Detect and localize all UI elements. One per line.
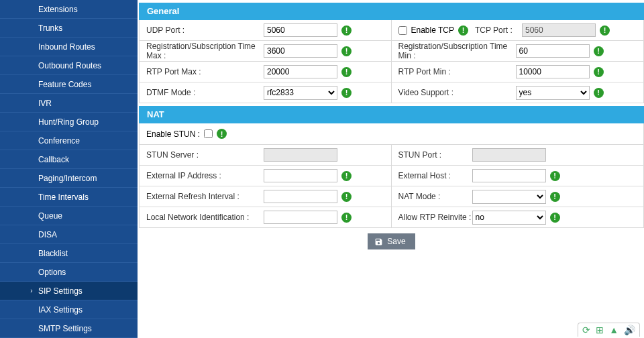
- dtmf-mode-label: DTMF Mode :: [146, 88, 264, 97]
- local-net-input[interactable]: [264, 211, 337, 224]
- section-general: UDP Port : ! Enable TCP ! TCP Port : !: [139, 20, 644, 103]
- main-panel: General UDP Port : ! Enable TCP ! TCP Po…: [139, 0, 644, 338]
- reg-max-input[interactable]: [264, 44, 337, 58]
- sidebar-item-options[interactable]: Options: [0, 263, 138, 282]
- external-ip-input[interactable]: [264, 169, 337, 182]
- sidebar-item-outbound-routes[interactable]: Outbound Routes: [0, 56, 138, 75]
- enable-tcp-label: Enable TCP: [411, 25, 454, 35]
- info-icon[interactable]: !: [341, 25, 352, 36]
- info-icon[interactable]: !: [341, 192, 352, 202]
- sidebar-item-feature-codes[interactable]: Feature Codes: [0, 75, 138, 94]
- sidebar-item-conference[interactable]: Conference: [0, 131, 138, 150]
- info-icon[interactable]: !: [600, 25, 610, 36]
- bottom-toolbar: ⟳ ⊞ ▲ 🔊: [578, 323, 640, 337]
- reg-max-label: Registration/Subscription Time Max :: [146, 42, 264, 60]
- info-icon[interactable]: !: [594, 88, 604, 98]
- info-icon[interactable]: !: [341, 171, 352, 181]
- rtp-min-input[interactable]: [516, 65, 590, 78]
- sidebar-item-iax-settings[interactable]: IAX Settings: [0, 300, 138, 319]
- info-icon[interactable]: !: [594, 46, 604, 56]
- sidebar-item-ivr[interactable]: IVR: [0, 94, 138, 113]
- save-button[interactable]: Save: [368, 233, 415, 249]
- stun-server-input: [264, 148, 337, 162]
- tool-icon[interactable]: ⊞: [596, 325, 604, 335]
- sidebar-item-callback[interactable]: Callback: [0, 150, 138, 169]
- enable-tcp-checkbox[interactable]: [398, 26, 407, 35]
- info-icon[interactable]: !: [458, 25, 468, 36]
- info-icon[interactable]: !: [550, 192, 560, 202]
- reg-min-label: Registration/Subscription Time Min :: [398, 42, 516, 60]
- external-host-input[interactable]: [472, 169, 546, 182]
- info-icon[interactable]: !: [550, 171, 560, 181]
- rtp-max-label: RTP Port Max :: [146, 67, 264, 76]
- stun-port-input: [472, 148, 546, 162]
- sidebar-item-sip-settings[interactable]: ›SIP Settings: [0, 282, 138, 300]
- info-icon[interactable]: !: [217, 129, 227, 139]
- nat-mode-select[interactable]: [472, 190, 546, 204]
- section-header-nat: NAT: [139, 106, 644, 123]
- tool-icon[interactable]: ⟳: [582, 325, 590, 335]
- info-icon[interactable]: !: [594, 67, 604, 77]
- info-icon[interactable]: !: [550, 213, 560, 223]
- sidebar-item-blacklist[interactable]: Blacklist: [0, 244, 138, 263]
- sidebar-item-trunks[interactable]: Trunks: [0, 19, 138, 38]
- tool-icon[interactable]: ▲: [609, 325, 619, 335]
- rtp-min-label: RTP Port Min :: [398, 67, 516, 76]
- tool-icon[interactable]: 🔊: [624, 325, 635, 335]
- sidebar-item-time-intervals[interactable]: Time Intervals: [0, 188, 138, 207]
- section-header-general: General: [139, 3, 644, 20]
- video-support-label: Video Support :: [398, 88, 516, 97]
- tcp-port-input: [522, 23, 596, 37]
- rtp-max-input[interactable]: [264, 65, 337, 78]
- save-icon: [374, 237, 383, 246]
- allow-rtp-select[interactable]: no: [472, 211, 546, 225]
- sidebar-item-hunt-ring-group[interactable]: Hunt/Ring Group: [0, 113, 138, 131]
- external-host-label: External Host :: [398, 171, 472, 180]
- allow-rtp-label: Allow RTP Reinvite :: [398, 213, 472, 222]
- video-support-select[interactable]: yes: [516, 86, 590, 100]
- chevron-right-icon: ›: [27, 282, 36, 300]
- info-icon[interactable]: !: [341, 88, 352, 98]
- external-refresh-input[interactable]: [264, 190, 337, 203]
- nat-mode-label: NAT Mode :: [398, 192, 472, 201]
- dtmf-mode-select[interactable]: rfc2833: [264, 86, 337, 100]
- sidebar-item-extensions[interactable]: Extensions: [0, 0, 138, 19]
- sidebar-item-inbound-routes[interactable]: Inbound Routes: [0, 38, 138, 56]
- sidebar-item-disa[interactable]: DISA: [0, 225, 138, 244]
- section-nat: Enable STUN : ! STUN Server : STUN Port …: [139, 123, 644, 228]
- info-icon[interactable]: !: [341, 213, 352, 223]
- tcp-port-label: TCP Port :: [475, 25, 522, 35]
- udp-port-label: UDP Port :: [146, 25, 264, 35]
- sidebar-item-queue[interactable]: Queue: [0, 207, 138, 225]
- info-icon[interactable]: !: [341, 46, 352, 56]
- sidebar-item-paging-intercom[interactable]: Paging/Intercom: [0, 169, 138, 188]
- reg-min-input[interactable]: [516, 44, 590, 58]
- external-ip-label: External IP Address :: [146, 171, 264, 180]
- sidebar-item-smtp-settings[interactable]: SMTP Settings: [0, 319, 138, 338]
- enable-stun-label: Enable STUN :: [146, 129, 200, 139]
- enable-stun-checkbox[interactable]: [204, 129, 213, 138]
- stun-server-label: STUN Server :: [146, 150, 264, 160]
- local-net-label: Local Network Identification :: [146, 213, 264, 222]
- sidebar: Extensions Trunks Inbound Routes Outboun…: [0, 0, 138, 338]
- external-refresh-label: External Refresh Interval :: [146, 192, 264, 201]
- udp-port-input[interactable]: [264, 23, 337, 37]
- info-icon[interactable]: !: [341, 67, 352, 77]
- stun-port-label: STUN Port :: [398, 150, 472, 160]
